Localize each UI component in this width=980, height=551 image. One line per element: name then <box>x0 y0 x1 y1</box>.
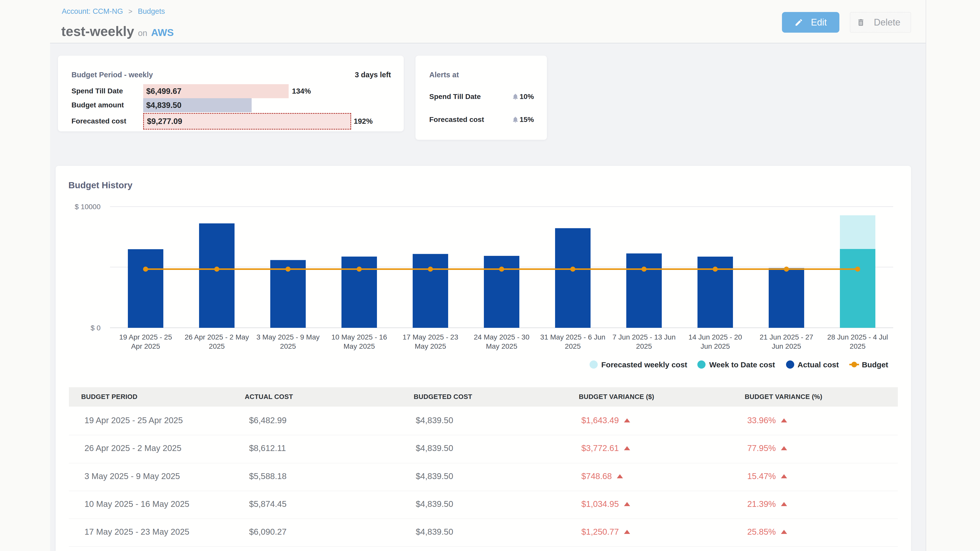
svg-text:$ 0: $ 0 <box>91 324 100 332</box>
svg-text:2025: 2025 <box>636 342 652 350</box>
svg-text:3 May 2025 - 9 May: 3 May 2025 - 9 May <box>256 333 320 341</box>
svg-text:$ 10000: $ 10000 <box>75 203 100 211</box>
svg-text:10 May 2025 - 16: 10 May 2025 - 16 <box>331 333 387 341</box>
svg-text:2025: 2025 <box>209 342 224 350</box>
svg-text:19 Apr 2025 - 25: 19 Apr 2025 - 25 <box>119 333 172 341</box>
svg-text:Budget: Budget <box>862 360 888 369</box>
svg-text:17 May 2025 - 23: 17 May 2025 - 23 <box>403 333 458 341</box>
svg-text:May 2025: May 2025 <box>486 342 517 350</box>
svg-text:Jun 2025: Jun 2025 <box>700 342 730 350</box>
svg-text:Forecasted weekly cost: Forecasted weekly cost <box>601 360 687 369</box>
svg-text:21 Jun 2025 - 27: 21 Jun 2025 - 27 <box>759 333 813 341</box>
svg-text:Apr 2025: Apr 2025 <box>131 342 160 350</box>
svg-text:Week to Date cost: Week to Date cost <box>709 360 775 369</box>
svg-text:May 2025: May 2025 <box>415 342 446 350</box>
svg-text:7 Jun 2025 - 13 Jun: 7 Jun 2025 - 13 Jun <box>612 333 676 341</box>
svg-text:28 Jun 2025 - 4 Jul: 28 Jun 2025 - 4 Jul <box>827 333 888 341</box>
svg-text:Jun 2025: Jun 2025 <box>772 342 801 350</box>
svg-text:2025: 2025 <box>280 342 296 350</box>
svg-text:2025: 2025 <box>850 342 865 350</box>
svg-text:2025: 2025 <box>565 342 581 350</box>
svg-text:Actual cost: Actual cost <box>797 360 839 369</box>
svg-text:14 Jun 2025 - 20: 14 Jun 2025 - 20 <box>688 333 742 341</box>
svg-text:May 2025: May 2025 <box>344 342 375 350</box>
svg-text:24 May 2025 - 30: 24 May 2025 - 30 <box>474 333 530 341</box>
svg-text:31 May 2025 - 6 Jun: 31 May 2025 - 6 Jun <box>540 333 605 341</box>
svg-text:26 Apr 2025 - 2 May: 26 Apr 2025 - 2 May <box>185 333 249 341</box>
